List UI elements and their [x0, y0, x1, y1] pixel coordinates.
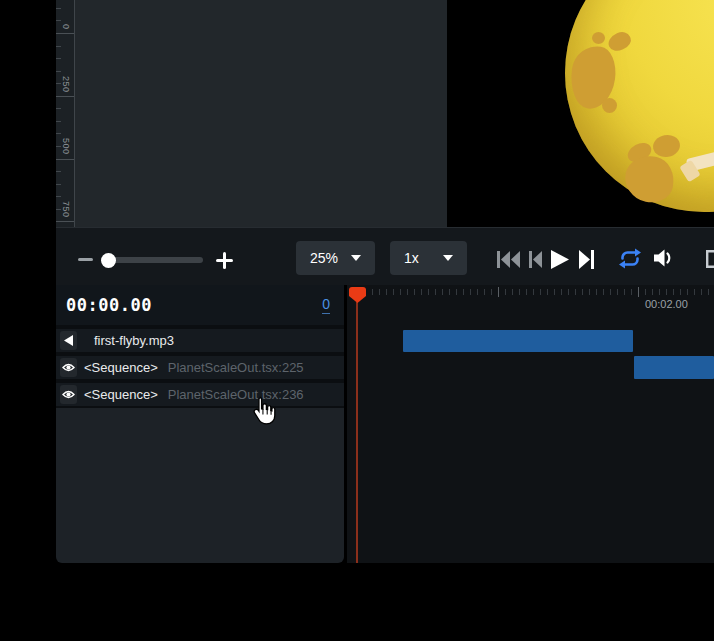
speaker-muted-icon — [64, 335, 73, 346]
current-timecode: 00:00.00 — [66, 295, 152, 315]
timeline-clip[interactable] — [634, 356, 714, 379]
playhead-line — [356, 302, 358, 563]
previous-frame-button[interactable] — [529, 251, 542, 268]
zoom-out-button[interactable] — [76, 250, 95, 269]
track-label: <Sequence> — [84, 360, 158, 375]
fullscreen-button[interactable] — [706, 250, 714, 268]
planet-crater — [651, 133, 681, 159]
scale-select[interactable]: 25% — [296, 241, 375, 275]
next-frame-button[interactable] — [579, 250, 594, 269]
play-button[interactable] — [551, 250, 569, 269]
loop-icon — [618, 248, 642, 269]
chevron-down-icon — [443, 255, 453, 261]
track-row-audio[interactable]: first-flyby.mp3 — [56, 329, 344, 352]
planet-crater — [606, 29, 634, 54]
track-row-sequence-236[interactable]: <Sequence> PlanetScaleOut.tsx:236 — [56, 383, 344, 406]
timeline-header: 00:00.00 0 — [56, 285, 344, 325]
track-source: PlanetScaleOut.tsx:225 — [168, 360, 304, 375]
playback-toolbar: 25% 1x — [56, 227, 714, 285]
track-row-sequence-225[interactable]: <Sequence> PlanetScaleOut.tsx:225 — [56, 356, 344, 379]
zoom-slider-thumb[interactable] — [101, 253, 116, 268]
planet-crater — [602, 98, 617, 113]
timeline-panel: 00:00.00 0 first-flyby.mp3 — [56, 285, 714, 563]
eye-icon — [62, 362, 75, 373]
preview-canvas-area: 0250500750 — [56, 0, 714, 227]
track-source: PlanetScaleOut.tsx:236 — [168, 387, 304, 402]
composition-preview — [447, 0, 714, 227]
zoom-slider[interactable] — [103, 257, 203, 263]
eye-icon — [62, 389, 75, 400]
volume-button[interactable] — [654, 249, 673, 267]
track-visibility-button[interactable] — [60, 358, 77, 377]
speed-value: 1x — [404, 250, 419, 266]
chevron-down-icon — [351, 255, 361, 261]
track-label: first-flyby.mp3 — [94, 333, 174, 348]
ruler-time-label: 00:02.00 — [645, 298, 688, 310]
playhead-marker[interactable] — [349, 287, 366, 303]
track-label: <Sequence> — [84, 387, 158, 402]
current-frame-link[interactable]: 0 — [322, 296, 330, 314]
zoom-in-button[interactable] — [216, 252, 233, 269]
seek-start-button[interactable] — [497, 251, 520, 268]
previous-frame-icon — [529, 251, 542, 268]
track-mute-button[interactable] — [60, 331, 77, 350]
loop-toggle-button[interactable] — [618, 248, 642, 269]
studio-window: 0250500750 25% — [0, 0, 714, 641]
timeline-track-list: 00:00.00 0 first-flyby.mp3 — [56, 285, 344, 563]
scale-value: 25% — [310, 250, 338, 266]
timeline-clip[interactable] — [403, 330, 633, 352]
volume-icon — [654, 249, 673, 267]
planet-crater — [592, 32, 605, 44]
track-visibility-button[interactable] — [60, 385, 77, 404]
play-icon — [551, 250, 569, 269]
next-frame-icon — [579, 250, 594, 269]
fullscreen-bracket-icon — [706, 250, 714, 268]
timeline-tracks-area[interactable]: 00:02.00 — [347, 285, 714, 563]
playback-speed-select[interactable]: 1x — [390, 241, 467, 275]
planet-graphic — [565, 0, 714, 212]
preview-vertical-ruler[interactable]: 0250500750 — [56, 0, 75, 227]
skip-to-start-icon — [497, 251, 520, 268]
minus-icon — [78, 258, 93, 261]
plus-icon — [223, 252, 226, 269]
